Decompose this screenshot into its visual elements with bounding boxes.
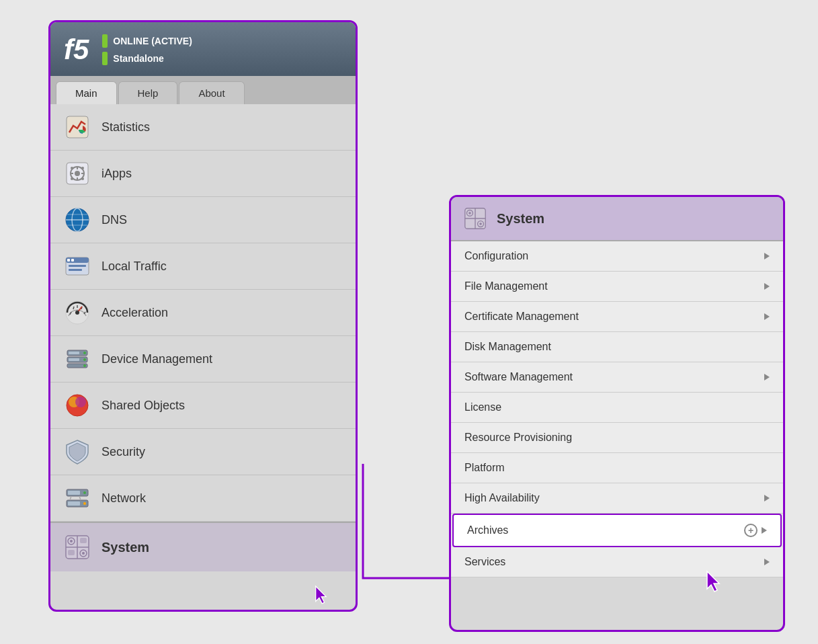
security-icon [64,438,91,465]
nav-item-shared-objects[interactable]: Shared Objects [50,383,356,429]
status-dot-online [102,34,108,48]
svg-point-12 [81,177,84,180]
svg-point-9 [71,167,73,169]
menu-item-services[interactable]: Services [451,547,783,577]
svg-line-50 [79,496,81,500]
f5-logo: f5 [64,36,89,64]
acceleration-icon [64,299,91,326]
nav-item-statistics[interactable]: Statistics [50,104,356,151]
right-panel: System Configuration File Management Cer… [449,195,785,632]
svg-rect-58 [80,538,87,543]
menu-item-file-management-arrow [764,283,770,290]
menu-item-license-label: License [464,401,501,413]
shared-objects-icon [64,392,91,419]
svg-point-38 [83,358,86,361]
nav-item-acceleration[interactable]: Acceleration [50,290,356,336]
menu-item-file-management[interactable]: File Management [451,272,783,302]
svg-point-39 [83,364,86,367]
cursor-left [315,585,331,605]
svg-rect-46 [68,501,80,506]
local-traffic-icon [64,253,91,280]
nav-item-iapps-label: iApps [101,167,132,181]
svg-point-4 [75,171,80,176]
svg-point-10 [81,167,84,169]
menu-item-file-management-label: File Management [464,280,548,292]
menu-item-software-management-arrow [764,374,770,380]
svg-point-68 [479,223,482,225]
nav-item-device-management-label: Device Management [101,352,212,366]
device-management-icon [64,346,91,372]
menu-item-archives-label: Archives [467,524,508,536]
nav-list: Statistics iApps [50,104,356,522]
tab-help[interactable]: Help [118,81,178,104]
menu-item-configuration[interactable]: Configuration [451,241,783,272]
svg-line-26 [73,307,74,309]
svg-rect-21 [69,269,82,271]
menu-item-archives-right: + [744,524,767,537]
statistics-icon [64,114,91,140]
nav-item-network[interactable]: Network [50,475,356,522]
nav-item-security-label: Security [101,445,145,459]
svg-point-57 [82,552,85,555]
menu-item-certificate-management-label: Certificate Management [464,311,579,323]
menu-item-resource-provisioning-label: Resource Provisioning [464,432,572,444]
nav-item-device-management[interactable]: Device Management [50,336,356,383]
tab-about[interactable]: About [179,81,244,104]
menu-item-certificate-management[interactable]: Certificate Management [451,302,783,332]
svg-marker-69 [707,571,719,592]
nav-item-dns[interactable]: DNS [50,197,356,243]
nav-item-security[interactable]: Security [50,429,356,475]
menu-item-high-availability-label: High Availability [464,492,540,504]
nav-item-system-label: System [101,540,149,555]
cursor-right [706,570,725,593]
status-mode-line: Standalone [102,52,192,65]
svg-point-47 [83,491,86,494]
right-panel-title: System [497,211,544,227]
system-icon-left [64,534,91,561]
nav-item-shared-objects-label: Shared Objects [101,399,185,413]
menu-item-certificate-management-arrow [764,313,770,320]
nav-item-system[interactable]: System [50,522,356,571]
svg-rect-20 [69,265,86,267]
svg-rect-59 [68,550,75,555]
svg-rect-45 [68,491,80,495]
nav-item-iapps[interactable]: iApps [50,151,356,197]
menu-item-software-management[interactable]: Software Management [451,362,783,393]
menu-item-configuration-arrow [764,253,770,259]
nav-item-statistics-label: Statistics [101,120,150,134]
menu-item-platform[interactable]: Platform [451,453,783,483]
nav-item-network-label: Network [101,491,146,506]
nav-item-dns-label: DNS [101,213,127,227]
status-mode-text: Standalone [113,53,163,64]
archives-chevron-icon [762,527,767,534]
menu-item-disk-management-label: Disk Management [464,341,551,353]
menu-item-license[interactable]: License [451,393,783,423]
svg-rect-23 [71,259,74,261]
right-panel-header: System [451,197,783,241]
panel-header: f5 ONLINE (ACTIVE) Standalone [50,22,356,76]
svg-point-55 [70,540,73,542]
svg-marker-60 [316,586,326,604]
menu-item-disk-management[interactable]: Disk Management [451,332,783,362]
archives-plus-icon[interactable]: + [744,524,758,537]
svg-point-31 [75,311,79,315]
status-block: ONLINE (ACTIVE) Standalone [102,34,192,65]
menu-item-archives[interactable]: Archives + [452,514,782,547]
menu-item-services-label: Services [464,556,505,568]
svg-point-48 [83,502,86,505]
svg-rect-35 [69,352,79,354]
nav-item-local-traffic-label: Local Traffic [101,259,167,274]
left-panel: f5 ONLINE (ACTIVE) Standalone Main Help … [48,20,358,612]
system-icon-right [462,205,489,232]
tab-main[interactable]: Main [56,81,117,104]
menu-list: Configuration File Management Certificat… [451,241,783,577]
tabs-bar: Main Help About [50,76,356,104]
menu-item-high-availability[interactable]: High Availability [451,483,783,514]
menu-item-software-management-label: Software Management [464,371,573,383]
menu-item-resource-provisioning[interactable]: Resource Provisioning [451,423,783,453]
status-dot-mode [102,52,108,65]
menu-item-high-availability-arrow [764,495,770,501]
menu-item-services-arrow [764,559,770,565]
nav-item-local-traffic[interactable]: Local Traffic [50,243,356,290]
svg-point-66 [468,212,471,214]
